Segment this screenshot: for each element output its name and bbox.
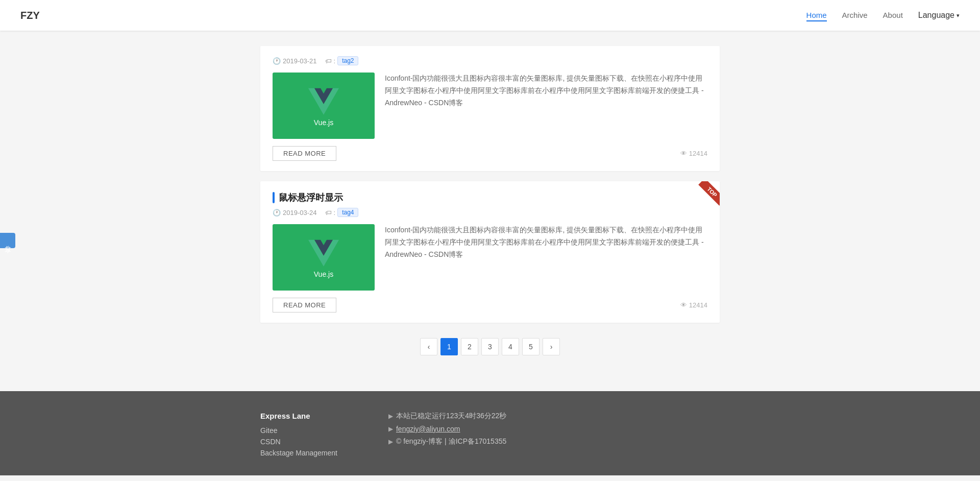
footer-link-csdn[interactable]: CSDN <box>260 438 337 446</box>
runtime-text: 本站已稳定运行123天4时36分22秒 <box>396 412 506 421</box>
article-excerpt-1: Iconfont-国内功能很强大且图标内容很丰富的矢量图标库, 提供矢量图标下载… <box>385 73 707 109</box>
footer-email: ▶ fengziy@aliyun.com <box>388 425 506 433</box>
nav-menu: Home Archive About Language ▾ <box>806 11 960 20</box>
article-meta-2: 🕐 2019-03-24 🏷 : tag4 <box>273 208 707 217</box>
top-badge <box>689 181 720 212</box>
thumbnail-label-1: Vue.js <box>314 118 333 127</box>
view-count-text-2: 12414 <box>689 301 707 309</box>
article-body-2: Vue.js Iconfont-国内功能很强大且图标内容很丰富的矢量图标库, 提… <box>273 224 707 291</box>
tag-separator-2: : <box>334 209 336 217</box>
site-footer: Express Lane Gitee CSDN Backstage Manage… <box>0 391 980 475</box>
article-card-2: 鼠标悬浮时显示 🕐 2019-03-24 🏷 : tag4 Vue.js <box>260 181 720 323</box>
pagination-page-3[interactable]: 3 <box>481 338 499 355</box>
pagination-page-4[interactable]: 4 <box>502 338 519 355</box>
footer-link-gitee[interactable]: Gitee <box>260 426 337 435</box>
footer-col-links: Express Lane Gitee CSDN Backstage Manage… <box>260 412 337 460</box>
navbar: FZY Home Archive About Language ▾ <box>0 0 980 31</box>
pagination-prev[interactable]: ‹ <box>420 338 437 355</box>
date-text-2: 2019-03-24 <box>283 209 317 217</box>
clock-icon-2: 🕐 <box>273 209 281 217</box>
pagination-page-2[interactable]: 2 <box>461 338 478 355</box>
footer-email-link[interactable]: fengziy@aliyun.com <box>396 425 460 433</box>
tag-badge-2[interactable]: tag4 <box>337 208 358 217</box>
copyright-text: © fengziy-博客 | 渝ICP备17015355 <box>396 437 506 446</box>
main-content: 🕐 2019-03-21 🏷 : tag2 Vue.js Iconfont-国内… <box>260 0 720 391</box>
nav-link-home[interactable]: Home <box>806 11 827 21</box>
article-footer-2: READ MORE 👁 12414 <box>273 298 707 312</box>
chevron-down-icon: ▾ <box>957 12 960 19</box>
footer-col-title: Express Lane <box>260 412 337 420</box>
article-tag-2: 🏷 : tag4 <box>325 208 359 217</box>
nav-item-home[interactable]: Home <box>806 11 827 20</box>
date-text-1: 2019-03-21 <box>283 57 317 65</box>
footer-col-info: ▶ 本站已稳定运行123天4时36分22秒 ▶ fengziy@aliyun.c… <box>388 412 506 460</box>
nav-item-archive[interactable]: Archive <box>842 11 868 20</box>
nav-item-about[interactable]: About <box>883 11 903 20</box>
pagination-next[interactable]: › <box>543 338 560 355</box>
title-bar-decoration <box>273 192 275 203</box>
arrow-icon-email: ▶ <box>388 425 393 432</box>
article-thumbnail-2: Vue.js <box>273 224 375 291</box>
pagination-page-1[interactable]: 1 <box>440 338 458 355</box>
clock-icon: 🕐 <box>273 57 281 65</box>
article-meta-1: 🕐 2019-03-21 🏷 : tag2 <box>273 56 707 65</box>
article-date-1: 🕐 2019-03-21 <box>273 57 317 65</box>
read-more-button-2[interactable]: READ MORE <box>273 298 336 312</box>
view-count-text-1: 12414 <box>689 150 707 157</box>
footer-runtime: ▶ 本站已稳定运行123天4时36分22秒 <box>388 412 506 421</box>
pagination-page-5[interactable]: 5 <box>522 338 540 355</box>
article-excerpt-2: Iconfont-国内功能很强大且图标内容很丰富的矢量图标库, 提供矢量图标下载… <box>385 224 707 260</box>
tag-badge-1[interactable]: tag2 <box>337 56 358 65</box>
article-title-2: 鼠标悬浮时显示 <box>273 191 707 204</box>
arrow-icon-copyright: ▶ <box>388 438 393 445</box>
article-tag-1: 🏷 : tag2 <box>325 56 359 65</box>
brand-logo[interactable]: FZY <box>20 10 40 21</box>
tag-icon: 🏷 <box>325 57 332 65</box>
arrow-icon-runtime: ▶ <box>388 413 393 420</box>
article-footer-1: READ MORE 👁 12414 <box>273 146 707 161</box>
language-selector[interactable]: Language ▾ <box>918 11 960 20</box>
article-body-1: Vue.js Iconfont-国内功能很强大且图标内容很丰富的矢量图标库, 提… <box>273 73 707 139</box>
nav-item-language[interactable]: Language ▾ <box>918 11 960 20</box>
footer-link-backstage[interactable]: Backstage Management <box>260 449 337 457</box>
nav-link-archive[interactable]: Archive <box>842 11 868 19</box>
vue-logo-svg <box>308 85 339 115</box>
tag-icon-2: 🏷 <box>325 209 332 217</box>
article-heading-2[interactable]: 鼠标悬浮时显示 <box>279 191 343 204</box>
tag-separator: : <box>334 57 336 65</box>
view-count-1: 👁 12414 <box>680 150 707 157</box>
footer-copyright: ▶ © fengziy-博客 | 渝ICP备17015355 <box>388 437 506 446</box>
article-card-1: 🕐 2019-03-21 🏷 : tag2 Vue.js Iconfont-国内… <box>260 46 720 171</box>
article-thumbnail-1: Vue.js <box>273 73 375 139</box>
eye-icon-1: 👁 <box>680 150 687 157</box>
article-date-2: 🕐 2019-03-24 <box>273 209 317 217</box>
footer-inner: Express Lane Gitee CSDN Backstage Manage… <box>260 412 720 460</box>
vue-logo-svg-2 <box>308 236 339 267</box>
thumbnail-label-2: Vue.js <box>314 270 333 278</box>
view-count-2: 👁 12414 <box>680 301 707 309</box>
eye-icon-2: 👁 <box>680 301 687 309</box>
side-share-button[interactable]: 分享 <box>0 233 15 248</box>
pagination: ‹ 1 2 3 4 5 › <box>260 338 720 355</box>
read-more-button-1[interactable]: READ MORE <box>273 146 336 161</box>
nav-link-about[interactable]: About <box>883 11 903 19</box>
